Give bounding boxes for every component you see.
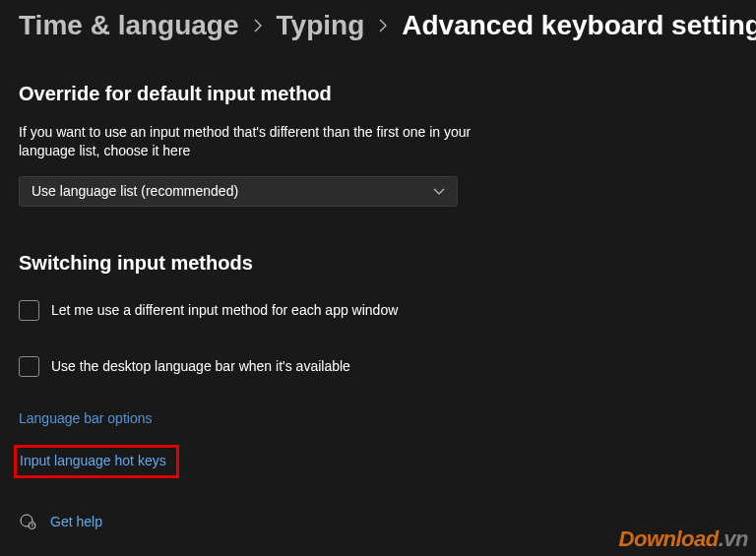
input-language-hotkeys-link[interactable]: Input language hot keys (20, 453, 166, 468)
help-icon: ? (19, 513, 36, 530)
input-method-dropdown[interactable]: Use language list (recommended) (19, 176, 458, 207)
dropdown-selected-value: Use language list (recommended) (32, 183, 238, 199)
breadcrumb-advanced-keyboard: Advanced keyboard settings (402, 10, 756, 41)
chevron-right-icon (378, 19, 388, 32)
breadcrumb-time-language[interactable]: Time & language (19, 10, 239, 41)
get-help-link[interactable]: ? Get help (19, 513, 102, 530)
breadcrumb: Time & language Typing Advanced keyboard… (19, 0, 737, 41)
override-description: If you want to use an input method that'… (19, 123, 472, 160)
watermark: Download.vn (619, 526, 748, 552)
chevron-right-icon (253, 19, 263, 32)
get-help-label: Get help (50, 514, 102, 529)
svg-text:?: ? (31, 523, 33, 528)
override-heading: Override for default input method (19, 83, 737, 105)
checkbox-desktop-language-bar-label: Use the desktop language bar when it's a… (51, 358, 350, 374)
checkbox-per-app-label: Let me use a different input method for … (51, 302, 398, 318)
chevron-down-icon (433, 182, 445, 200)
checkbox-per-app-input[interactable] (19, 300, 39, 321)
highlight-annotation: Input language hot keys (14, 445, 179, 478)
language-bar-options-link[interactable]: Language bar options (19, 410, 152, 426)
checkbox-desktop-language-bar[interactable] (19, 356, 39, 377)
breadcrumb-typing[interactable]: Typing (277, 10, 365, 41)
switching-heading: Switching input methods (19, 252, 737, 275)
